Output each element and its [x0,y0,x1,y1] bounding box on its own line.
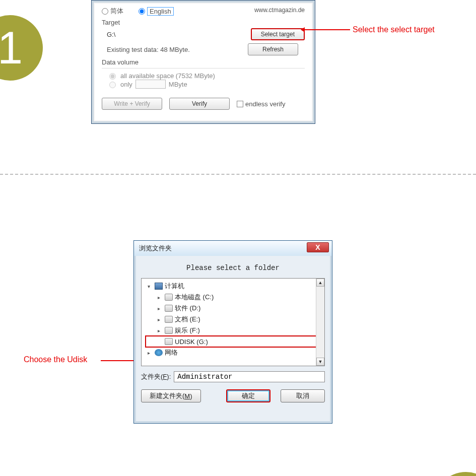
lang-en-label: English [147,7,174,16]
close-button[interactable]: X [307,242,329,252]
tree-node-drive-g-selected[interactable]: UDISK (G:) [146,336,324,347]
expand-icon[interactable] [158,306,163,311]
existing-data-label: Existing test data: 48 MByte. [107,46,248,53]
url-label: www.ctmagazin.de [254,7,305,14]
tree-node-network[interactable]: 网络 [146,347,324,358]
dialog-prompt: Please select a folder [143,264,323,272]
dv-all-radio[interactable]: all available space (7532 MByte) [107,72,305,80]
drive-icon [165,327,173,334]
drive-icon [165,294,173,301]
arrow-icon [302,29,350,30]
dv-only-radio[interactable]: only MByte [107,80,305,89]
folder-field-label: 文件夹(F): [141,372,171,381]
step-1-badge: 1 [0,15,43,81]
target-value: G:\ [107,31,162,38]
dv-only-input[interactable] [135,80,166,89]
lang-cn-label: 简体 [110,7,123,16]
new-folder-button[interactable]: 新建文件夹(M) [141,389,201,402]
tree-label: UDISK (G:) [175,338,208,346]
drive-icon [165,316,173,323]
checkbox-icon [237,101,243,107]
annotation-choose-udisk: Choose the Udisk [24,355,87,364]
ok-button[interactable]: 确定 [226,389,270,402]
close-icon: X [315,243,320,251]
annotation-select-target: Select the select target [353,25,435,34]
tree-label: 计算机 [165,282,184,291]
lang-en-radio[interactable]: English [139,7,174,16]
target-group-label: Target [102,19,305,26]
tree-node-drive-f[interactable]: 娱乐 (F:) [146,325,324,336]
tree-label: 软件 (D:) [175,304,200,313]
tree-scrollbar[interactable]: ▲ ▼ [316,279,324,366]
window-title: 浏览文件夹 [139,244,172,253]
dv-unit-label: MByte [169,81,187,88]
drive-icon [165,305,173,312]
computer-icon [155,283,163,290]
verify-button[interactable]: Verify [169,98,230,110]
expand-icon[interactable] [158,295,163,300]
scroll-up-icon[interactable]: ▲ [316,279,324,287]
browse-folder-window: 浏览文件夹 X Please select a folder 计算机 本地磁盘 … [133,240,332,424]
refresh-button[interactable]: Refresh [248,43,298,55]
h2testw-window: 简体 English www.ctmagazin.de Target G:\ S… [91,0,315,124]
tree-node-computer[interactable]: 计算机 [146,281,324,292]
folder-name-input[interactable] [174,371,325,382]
tree-node-drive-c[interactable]: 本地磁盘 (C:) [146,292,324,303]
expand-icon[interactable] [148,284,153,289]
lang-cn-radio[interactable]: 简体 [102,7,123,16]
endless-verify-label: endless verify [245,100,285,108]
select-target-button[interactable]: Select target [251,28,305,40]
expand-icon[interactable] [148,350,153,356]
write-verify-button[interactable]: Write + Verify [102,98,162,110]
tree-label: 本地磁盘 (C:) [175,293,214,302]
step-2-badge: 2 [433,472,476,476]
scroll-down-icon[interactable]: ▼ [316,358,324,366]
endless-verify-checkbox[interactable]: endless verify [237,100,285,108]
tree-node-drive-d[interactable]: 软件 (D:) [146,303,324,314]
network-icon [155,349,163,356]
data-volume-label: Data volume [102,58,305,66]
folder-tree[interactable]: 计算机 本地磁盘 (C:) 软件 (D:) 文档 (E:) [141,278,325,366]
expand-icon[interactable] [158,328,163,333]
tree-label: 娱乐 (F:) [175,326,200,335]
tree-label: 网络 [165,348,178,357]
drive-icon [165,338,173,345]
window-titlebar: 浏览文件夹 X [134,241,332,256]
expand-icon[interactable] [158,317,163,322]
tree-node-drive-e[interactable]: 文档 (E:) [146,314,324,325]
cancel-button[interactable]: 取消 [281,389,325,402]
tree-label: 文档 (E:) [175,315,200,324]
dv-only-label: only [120,81,132,88]
dv-all-label: all available space (7532 MByte) [120,72,215,80]
